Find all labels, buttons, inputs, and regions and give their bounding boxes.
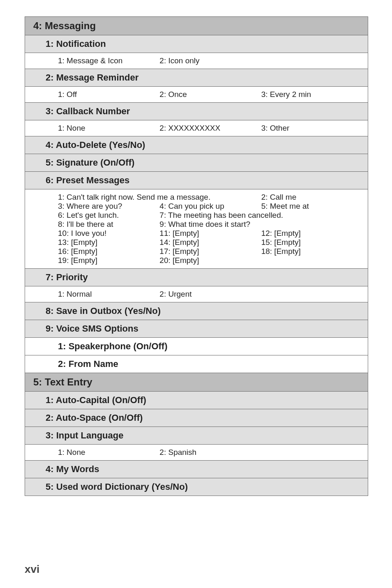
option: 17: [Empty] [159,247,261,256]
option [261,256,363,265]
option: 15: [Empty] [261,238,363,247]
page-number: xvi [25,563,39,576]
option: 10: I love you! [58,229,159,238]
option: 11: [Empty] [159,229,261,238]
option: 3: Where are you? [58,202,159,211]
options-preset: 1: Can't talk right now. Send me a messa… [25,189,368,269]
option: 16: [Empty] [58,247,159,256]
subsection-autocapital: 1: Auto-Capital (On/Off) [25,392,368,409]
option: 14: [Empty] [159,238,261,247]
option: 1: Off [58,90,159,99]
subsub-speakerphone: 1: Speakerphone (On/Off) [25,338,368,355]
subsection-preset: 6: Preset Messages [25,172,368,189]
option: 9: What time does it start? [159,220,363,229]
subsection-reminder: 2: Message Reminder [25,69,368,87]
option: 1: None [58,124,159,133]
option: 1: Message & Icon [58,56,159,65]
subsection-signature: 5: Signature (On/Off) [25,154,368,172]
option: 2: XXXXXXXXXX [159,124,261,133]
option: 13: [Empty] [58,238,159,247]
subsection-notification: 1: Notification [25,35,368,53]
option: 7: The meeting has been cancelled. [159,211,363,220]
options-inputlang: 1: None 2: Spanish [25,445,368,461]
options-priority: 1: Normal 2: Urgent [25,286,368,302]
option: 1: Can't talk right now. Send me a messa… [58,193,261,202]
subsection-mywords: 4: My Words [25,461,368,478]
subsection-voicesms: 9: Voice SMS Options [25,320,368,338]
option: 2: Urgent [159,290,261,299]
option [261,56,363,65]
option: 6: Let's get lunch. [58,211,159,220]
option: 2: Call me [261,193,363,202]
subsection-autodelete: 4: Auto-Delete (Yes/No) [25,136,368,154]
menu-table: 4: Messaging 1: Notification 1: Message … [25,16,368,496]
option: 1: Normal [58,290,159,299]
option [261,290,363,299]
option: 2: Icon only [159,56,261,65]
option: 3: Every 2 min [261,90,363,99]
subsection-callback: 3: Callback Number [25,103,368,120]
subsection-inputlang: 3: Input Language [25,427,368,445]
option: 5: Meet me at [261,202,363,211]
option [261,448,363,457]
section-messaging: 4: Messaging [25,17,368,35]
option: 19: [Empty] [58,256,159,265]
option: 1: None [58,448,159,457]
option: 20: [Empty] [159,256,261,265]
subsub-fromname: 2: From Name [25,355,368,373]
options-notification: 1: Message & Icon 2: Icon only [25,53,368,69]
option: 18: [Empty] [261,247,363,256]
option: 3: Other [261,124,363,133]
option: 12: [Empty] [261,229,363,238]
subsection-priority: 7: Priority [25,269,368,286]
options-callback: 1: None 2: XXXXXXXXXX 3: Other [25,120,368,136]
option: 2: Once [159,90,261,99]
option: 4: Can you pick up [159,202,261,211]
options-reminder: 1: Off 2: Once 3: Every 2 min [25,87,368,103]
option: 2: Spanish [159,448,261,457]
section-textentry: 5: Text Entry [25,373,368,392]
subsection-saveoutbox: 8: Save in Outbox (Yes/No) [25,302,368,320]
subsection-autospace: 2: Auto-Space (On/Off) [25,409,368,427]
subsection-useddict: 5: Used word Dictionary (Yes/No) [25,478,368,496]
page: 4: Messaging 1: Notification 1: Message … [0,0,392,588]
option: 8: I'll be there at [58,220,159,229]
